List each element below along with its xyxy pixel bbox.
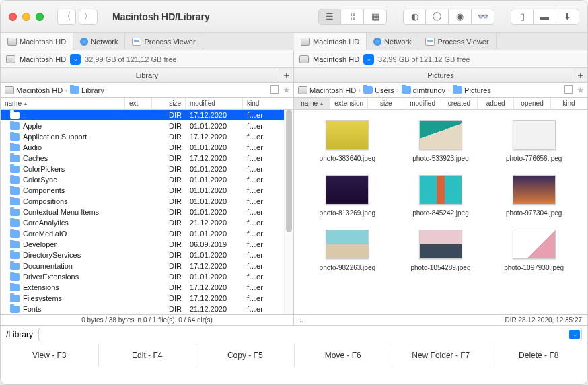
scrollbar[interactable]: [284, 110, 293, 314]
breadcrumb-segment[interactable]: Macintosh HD: [5, 86, 63, 94]
thumbnail-item[interactable]: photo-813269.jpeg: [303, 175, 392, 217]
folder-icon: [10, 166, 20, 173]
col-size[interactable]: size: [152, 98, 186, 109]
path-row: /Library ⌵: [1, 325, 587, 343]
tab-process-viewer[interactable]: Process Viewer: [125, 33, 203, 50]
col-kind[interactable]: kind: [243, 98, 293, 109]
close-icon[interactable]: [9, 13, 17, 21]
file-row[interactable]: CoreAnalyticsDIR21.12.2020f…er: [1, 217, 293, 228]
col-created[interactable]: created: [441, 98, 478, 109]
file-row[interactable]: DeveloperDIR06.09.2019f…er: [1, 239, 293, 250]
favorite-icon[interactable]: ★: [577, 85, 585, 95]
preview-icon[interactable]: ◉: [449, 9, 472, 25]
file-row[interactable]: DirectoryServicesDIR01.01.2020f…er: [1, 250, 293, 260]
right-pane[interactable]: photo-383640.jpegphoto-533923.jpegphoto-…: [294, 110, 587, 314]
file-row[interactable]: ComponentsDIR01.01.2020f…er: [1, 185, 293, 196]
thumbnail-item[interactable]: photo-383640.jpeg: [303, 120, 392, 163]
file-row[interactable]: ColorPickersDIR01.01.2020f…er: [1, 164, 293, 174]
action-copy[interactable]: Copy - F5: [196, 343, 295, 367]
folder-icon: [10, 306, 20, 313]
search-icon[interactable]: 👓: [472, 9, 494, 25]
file-row[interactable]: AudioDIR01.01.2020f…er: [1, 142, 293, 153]
pane-mode-icon[interactable]: [270, 85, 279, 94]
file-row[interactable]: ..DIR17.12.2020f…er: [1, 110, 293, 120]
file-row[interactable]: Application SupportDIR17.12.2020f…er: [1, 131, 293, 142]
col-extension[interactable]: extension: [330, 98, 368, 109]
drive-name-left: Macintosh HD: [20, 55, 66, 63]
col-name[interactable]: name: [1, 98, 125, 109]
tab-macintosh-hd[interactable]: Macintosh HD: [1, 33, 73, 50]
drive-dropdown-right[interactable]: ⌵: [363, 54, 374, 65]
file-row[interactable]: ColorSyncDIR01.01.2020f…er: [1, 174, 293, 185]
folder-icon: [10, 273, 20, 281]
add-tab-right[interactable]: +: [573, 68, 587, 82]
hd-icon: [7, 38, 17, 46]
pane-mode-icon[interactable]: [564, 85, 573, 94]
toggle-icon[interactable]: ◐: [403, 9, 426, 25]
thumbnail-item[interactable]: photo-845242.jpeg: [397, 175, 485, 217]
grid-view-button[interactable]: ▦: [364, 9, 387, 25]
col-opened[interactable]: opened: [514, 98, 550, 109]
breadcrumb-segment[interactable]: Macintosh HD: [298, 86, 356, 94]
forward-button[interactable]: 〉: [79, 9, 98, 25]
col-added[interactable]: added: [478, 98, 514, 109]
list-view-button[interactable]: ☰: [318, 9, 341, 25]
proc-icon: [132, 38, 141, 46]
file-size: DIR: [152, 133, 186, 141]
add-tab-left[interactable]: +: [279, 68, 293, 82]
action-view[interactable]: View - F3: [1, 343, 99, 367]
path-input[interactable]: ⌵: [38, 328, 582, 341]
path-dropdown-icon[interactable]: ⌵: [569, 330, 580, 339]
file-row[interactable]: FilesystemsDIR17.12.2020f…er: [1, 293, 293, 304]
col-size[interactable]: size: [368, 98, 404, 109]
archive-icon[interactable]: ▯: [511, 9, 534, 25]
info-icon[interactable]: ⓘ: [426, 9, 449, 25]
thumbnail-item[interactable]: photo-977304.jpeg: [490, 175, 578, 217]
file-row[interactable]: ExtensionsDIR17.12.2020f…er: [1, 282, 293, 293]
back-button[interactable]: 〈: [57, 9, 76, 25]
tab-network[interactable]: Network: [367, 33, 418, 50]
col-name[interactable]: name: [294, 98, 330, 109]
col-modified[interactable]: modified: [186, 98, 243, 109]
file-row[interactable]: Contextual Menu ItemsDIR01.01.2020f…er: [1, 207, 293, 217]
breadcrumb-label: Macintosh HD: [309, 86, 356, 94]
breadcrumb-label: dimtrunov: [413, 86, 445, 94]
file-modified: 17.12.2020: [186, 262, 243, 270]
drive-dropdown-left[interactable]: ⌵: [70, 54, 81, 65]
thumbnail-item[interactable]: photo-982263.jpeg: [303, 230, 392, 272]
tab-network[interactable]: Network: [73, 33, 125, 50]
eject-icon[interactable]: ⬇: [556, 9, 579, 25]
thumbnail-item[interactable]: photo-1054289.jpeg: [397, 230, 485, 272]
file-row[interactable]: CompositionsDIR01.01.2020f…er: [1, 196, 293, 207]
disk-icon[interactable]: ▬: [534, 9, 556, 25]
minimize-icon[interactable]: [22, 13, 30, 21]
file-row[interactable]: DocumentationDIR17.12.2020f…er: [1, 260, 293, 271]
action-move[interactable]: Move - F6: [295, 343, 393, 367]
file-row[interactable]: CoreMediaIODIR01.01.2020f…er: [1, 228, 293, 239]
col-kind[interactable]: kind: [551, 98, 587, 109]
col-modified[interactable]: modified: [404, 98, 441, 109]
left-pane[interactable]: ..DIR17.12.2020f…erAppleDIR01.01.2020f…e…: [1, 110, 294, 314]
file-row[interactable]: DriverExtensionsDIR01.01.2020f…er: [1, 271, 293, 282]
maximize-icon[interactable]: [36, 13, 44, 21]
breadcrumb-segment[interactable]: Users: [363, 86, 394, 94]
tab-process-viewer[interactable]: Process Viewer: [418, 33, 496, 50]
file-row[interactable]: AppleDIR01.01.2020f…er: [1, 120, 293, 131]
thumbnail-item[interactable]: photo-533923.jpeg: [397, 120, 485, 163]
action-new[interactable]: New Folder - F7: [392, 343, 490, 367]
folder-icon: [10, 133, 20, 141]
action-delete[interactable]: Delete - F8: [490, 343, 588, 367]
file-row[interactable]: CachesDIR17.12.2020f…er: [1, 153, 293, 164]
breadcrumb-segment[interactable]: Library: [70, 86, 104, 94]
tab-macintosh-hd[interactable]: Macintosh HD: [294, 33, 367, 50]
breadcrumb-segment[interactable]: dimtrunov: [402, 86, 445, 94]
thumbnail-item[interactable]: photo-1097930.jpeg: [490, 230, 578, 272]
file-size: DIR: [152, 219, 186, 227]
thumbnail-item[interactable]: photo-776656.jpeg: [490, 120, 578, 163]
column-view-button[interactable]: ⁞⁞: [341, 9, 364, 25]
col-ext[interactable]: ext: [125, 98, 152, 109]
favorite-icon[interactable]: ★: [283, 85, 291, 95]
action-edit[interactable]: Edit - F4: [99, 343, 197, 367]
breadcrumb-segment[interactable]: Pictures: [453, 86, 491, 94]
file-row[interactable]: FontsDIR21.12.2020f…er: [1, 304, 293, 314]
